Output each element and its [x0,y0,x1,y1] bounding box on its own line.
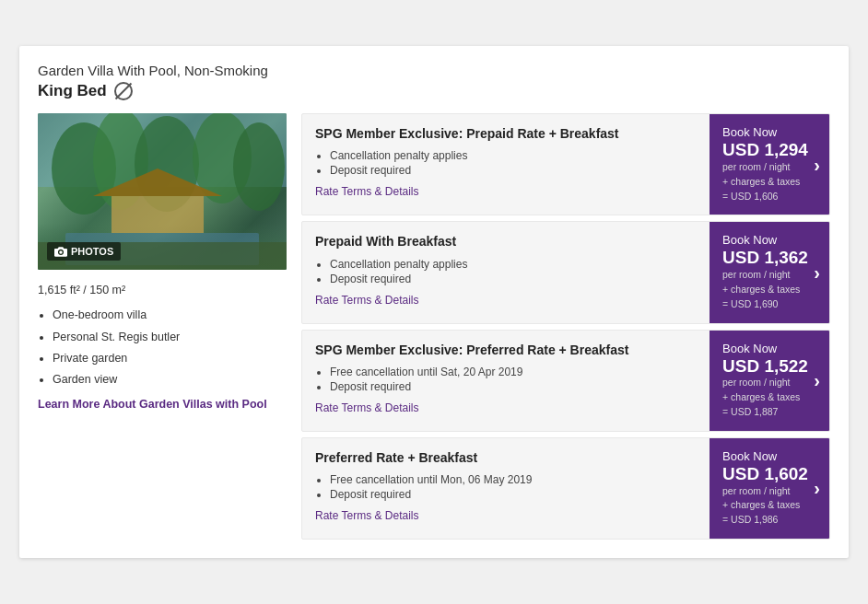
book-now-button[interactable]: Book NowUSD 1,602per room / night+ charg… [710,438,829,539]
rate-row: SPG Member Exclusive: Preferred Rate + B… [301,330,830,432]
rate-name: Prepaid With Breakfast [315,233,697,250]
amenities-list: One-bedroom villaPersonal St. Regis butl… [38,306,287,389]
photos-badge[interactable]: PHOTOS [47,242,121,261]
book-price-sub: per room / night+ charges & taxes= USD 1… [722,160,800,203]
rate-bullets: Cancellation penalty appliesDeposit requ… [315,149,697,177]
chevron-right-icon: › [814,154,820,175]
book-now-button[interactable]: Book NowUSD 1,362per room / night+ charg… [710,222,829,322]
rate-bullets: Free cancellation until Sat, 20 Apr 2019… [315,366,697,393]
rate-name: Preferred Rate + Breakfast [315,449,697,466]
rate-terms-link[interactable]: Rate Terms & Details [315,185,418,198]
rate-row: Preferred Rate + BreakfastFree cancellat… [301,437,830,540]
svg-point-10 [59,250,63,254]
rate-bullet-item: Cancellation penalty applies [330,258,697,271]
rate-bullets: Free cancellation until Mon, 06 May 2019… [315,473,697,501]
book-now-label: Book Now [722,342,777,355]
room-size: 1,615 ft² / 150 m² [38,281,287,300]
right-column: SPG Member Exclusive: Prepaid Rate + Bre… [301,113,830,540]
book-price-sub: per room / night+ charges & taxes= USD 1… [722,376,800,419]
rate-info: Preferred Rate + BreakfastFree cancellat… [302,438,710,539]
amenity-item: Garden view [53,370,287,389]
rate-bullet-item: Free cancellation until Sat, 20 Apr 2019 [330,366,697,378]
content-row: PHOTOS 1,615 ft² / 150 m² One-bedroom vi… [38,113,830,540]
room-details: 1,615 ft² / 150 m² One-bedroom villaPers… [38,281,287,415]
rate-info: SPG Member Exclusive: Prepaid Rate + Bre… [302,114,710,215]
book-price: USD 1,602 [722,465,808,484]
chevron-right-icon: › [814,478,820,499]
book-price: USD 1,362 [722,249,808,268]
rate-terms-link[interactable]: Rate Terms & Details [315,509,418,522]
rate-bullet-item: Deposit required [330,488,697,501]
svg-rect-7 [111,196,204,233]
book-now-label: Book Now [722,125,777,139]
rate-name: SPG Member Exclusive: Prepaid Rate + Bre… [315,125,697,142]
book-now-label: Book Now [722,233,777,247]
room-title: Garden Villa With Pool, Non-Smoking [38,63,830,78]
rate-terms-link[interactable]: Rate Terms & Details [315,401,418,414]
book-price-sub: per room / night+ charges & taxes= USD 1… [722,268,800,311]
bed-type-row: King Bed [38,82,830,100]
book-price: USD 1,294 [722,141,808,160]
rate-bullet-item: Free cancellation until Mon, 06 May 2019 [330,473,697,486]
rate-row: Prepaid With BreakfastCancellation penal… [301,221,830,323]
rate-terms-link[interactable]: Rate Terms & Details [315,294,418,307]
rate-bullet-item: Cancellation penalty applies [330,149,697,162]
chevron-right-icon: › [814,261,820,283]
rate-info: Prepaid With BreakfastCancellation penal… [302,222,710,322]
rate-info: SPG Member Exclusive: Preferred Rate + B… [302,331,710,431]
rate-name: SPG Member Exclusive: Preferred Rate + B… [315,342,697,358]
svg-point-5 [233,122,285,211]
camera-icon [54,246,67,257]
bed-type-label: King Bed [38,82,107,100]
book-price: USD 1,522 [722,357,808,377]
book-price-sub: per room / night+ charges & taxes= USD 1… [722,484,800,528]
rate-row: SPG Member Exclusive: Prepaid Rate + Bre… [301,113,830,215]
photos-label: PHOTOS [71,246,113,257]
chevron-right-icon: › [814,370,820,391]
no-smoking-icon [114,82,133,100]
book-now-button[interactable]: Book NowUSD 1,522per room / night+ charg… [710,331,829,431]
learn-more-link[interactable]: Learn More About Garden Villas with Pool [38,398,267,411]
amenity-item: Personal St. Regis butler [53,328,287,347]
rate-bullet-item: Deposit required [330,273,697,285]
room-image: PHOTOS [38,113,287,270]
rate-bullets: Cancellation penalty appliesDeposit requ… [315,258,697,285]
book-now-label: Book Now [722,449,777,463]
amenity-item: Private garden [53,349,287,368]
left-column: PHOTOS 1,615 ft² / 150 m² One-bedroom vi… [38,113,287,540]
room-card: Garden Villa With Pool, Non-Smoking King… [19,46,849,558]
book-now-button[interactable]: Book NowUSD 1,294per room / night+ charg… [710,114,829,215]
amenity-item: One-bedroom villa [53,306,287,325]
rate-bullet-item: Deposit required [330,380,697,393]
rate-bullet-item: Deposit required [330,164,697,177]
